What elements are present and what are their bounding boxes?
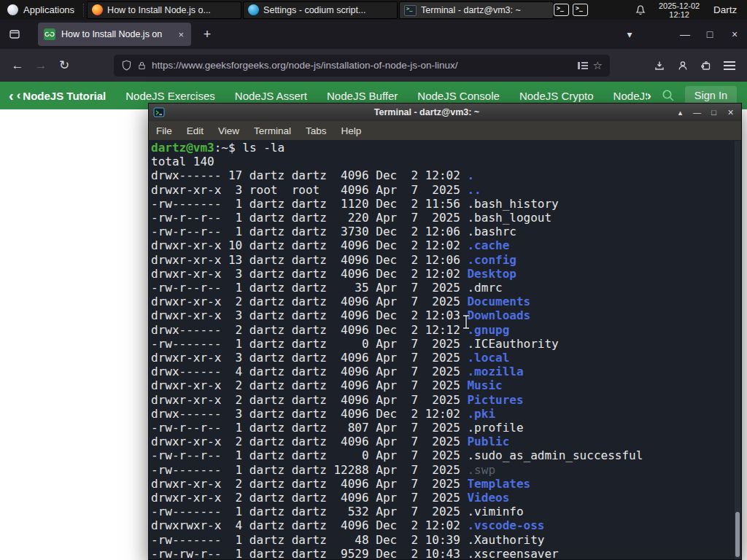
terminal-text: Music bbox=[467, 378, 502, 392]
file-entry-.bashrc: -rw-r--r-- 1 dartz dartz 3730 Dec 2 12:0… bbox=[151, 225, 741, 238]
terminal-title: Terminal - dartz@vm3: ~ bbox=[193, 107, 661, 117]
tab-close-icon[interactable]: × bbox=[177, 29, 185, 40]
bookmark-star-icon[interactable]: ☆ bbox=[593, 59, 603, 72]
terminal-text: .local bbox=[467, 351, 509, 365]
terminal-text: .profile bbox=[467, 421, 523, 435]
terminal-text: .viminfo bbox=[467, 505, 523, 518]
terminal-text: .swp bbox=[467, 463, 495, 477]
terminal-text: .bash_logout bbox=[467, 211, 551, 225]
account-icon[interactable] bbox=[671, 54, 694, 77]
tray-terminal-icon[interactable] bbox=[554, 4, 569, 16]
taskbar-windows: How to Install Node.js o...Settings - co… bbox=[87, 0, 554, 20]
terminal-text: -rw------- 1 dartz dartz 1120 Dec 2 11:5… bbox=[151, 197, 467, 211]
nav-scroll-left-icon[interactable]: ‹ bbox=[9, 88, 14, 104]
top-panel: Applications How to Install Node.js o...… bbox=[0, 0, 747, 20]
reader-mode-icon[interactable] bbox=[578, 61, 588, 70]
terminal-menu-tabs[interactable]: Tabs bbox=[298, 121, 334, 140]
new-tab-button[interactable]: + bbox=[197, 24, 217, 44]
terminal-menu-terminal[interactable]: Terminal bbox=[247, 121, 298, 140]
taskbar-window-terminal[interactable]: Terminal - dartz@vm3: ~ bbox=[399, 1, 554, 19]
terminal-text: Templates bbox=[467, 477, 530, 491]
terminal-scrollbar[interactable] bbox=[735, 141, 740, 559]
terminal-text: .pki bbox=[467, 407, 495, 421]
terminal-output[interactable]: dartz@vm3:~$ ls -latotal 140drwx------ 1… bbox=[149, 140, 741, 559]
terminal-shade-button[interactable]: ▴ bbox=[672, 104, 689, 120]
terminal-text: .bash_history bbox=[467, 197, 558, 211]
file-entry-Desktop: drwxr-xr-x 3 dartz dartz 4096 Dec 2 12:0… bbox=[151, 267, 741, 281]
prompt-line: dartz@vm3:~$ ls -la bbox=[151, 141, 741, 155]
nav-item-buffer[interactable]: NodeJS Buffer bbox=[327, 90, 398, 102]
terminal-text: drwxr-xr-x 2 dartz dartz 4096 Apr 7 2025 bbox=[151, 295, 467, 308]
terminal-titlebar[interactable]: Terminal - dartz@vm3: ~ ▴ — □ × bbox=[149, 104, 741, 121]
lock-icon[interactable] bbox=[137, 61, 147, 71]
terminal-text: drwxr-xr-x 13 dartz dartz 4096 Dec 2 12:… bbox=[151, 253, 467, 267]
scrollbar-thumb[interactable] bbox=[735, 512, 740, 557]
applications-icon bbox=[7, 4, 18, 15]
nav-item-console[interactable]: NodeJS Console bbox=[417, 90, 500, 102]
codium-icon bbox=[248, 4, 259, 15]
terminal-minimize-button[interactable]: — bbox=[689, 104, 705, 120]
taskbar-window-title: Terminal - dartz@vm3: ~ bbox=[421, 5, 521, 15]
terminal-text: .sudo_as_admin_successful bbox=[467, 448, 643, 462]
file-entry-Public: drwxr-xr-x 2 dartz dartz 4096 Apr 7 2025… bbox=[151, 435, 741, 448]
file-entry-.bash_history: -rw------- 1 dartz dartz 1120 Dec 2 11:5… bbox=[151, 197, 741, 211]
taskbar-window-title: How to Install Node.js o... bbox=[107, 5, 211, 15]
window-maximize-button[interactable]: □ bbox=[697, 23, 722, 46]
file-entry-.config: drwxr-xr-x 13 dartz dartz 4096 Dec 2 12:… bbox=[151, 253, 741, 267]
firefox-view-icon[interactable] bbox=[4, 24, 25, 44]
nav-item-label: NodeJS Exercises bbox=[125, 90, 215, 102]
terminal-text: Desktop bbox=[467, 267, 516, 281]
file-entry-.mozilla: drwx------ 4 dartz dartz 4096 Apr 7 2025… bbox=[151, 365, 741, 378]
window-close-button[interactable]: × bbox=[722, 23, 747, 46]
menu-icon[interactable] bbox=[718, 54, 741, 77]
terminal-text: drwxr-xr-x 3 root root 4096 Apr 7 2025 bbox=[151, 183, 467, 197]
terminal-menu-view[interactable]: View bbox=[211, 121, 247, 140]
terminal-text: -rw-r--r-- 1 dartz dartz 220 Apr 7 2025 bbox=[151, 211, 467, 225]
terminal-menu-file[interactable]: File bbox=[149, 121, 179, 140]
extensions-icon[interactable] bbox=[694, 54, 718, 77]
nav-item-crypto[interactable]: NodeJS Crypto bbox=[519, 90, 594, 102]
terminal-text: -rw------- 1 dartz dartz 48 Dec 2 10:39 bbox=[151, 533, 467, 547]
reload-button[interactable]: ↻ bbox=[53, 54, 76, 77]
file-entry-.Xauthority: -rw------- 1 dartz dartz 48 Dec 2 10:39 … bbox=[151, 533, 741, 547]
terminal-text: -rw-rw-r-- 1 dartz dartz 9529 Dec 2 10:4… bbox=[151, 547, 467, 559]
terminal-text: $ ls -la bbox=[228, 141, 285, 155]
nav-item-label: NodeJS Assert bbox=[235, 90, 307, 102]
nav-item-tutorial[interactable]: ‹NodeJS Tutorial bbox=[17, 88, 107, 103]
terminal-text: -rw------- 1 dartz dartz 532 Apr 7 2025 bbox=[151, 505, 467, 518]
nav-item-exercises[interactable]: NodeJS Exercises bbox=[125, 90, 215, 102]
taskbar-window-firefox[interactable]: How to Install Node.js o... bbox=[87, 1, 241, 19]
terminal-maximize-button[interactable]: □ bbox=[705, 104, 722, 120]
terminal-text: -rw-r--r-- 1 dartz dartz 35 Apr 7 2025 bbox=[151, 281, 467, 295]
forward-button[interactable]: → bbox=[29, 54, 53, 77]
terminal-text: drwx------ 3 dartz dartz 4096 Dec 2 12:0… bbox=[151, 407, 467, 421]
nav-scroll-right-icon[interactable]: › bbox=[647, 88, 651, 104]
list-all-tabs-icon[interactable]: ▾ bbox=[617, 23, 642, 46]
terminal-menu-edit[interactable]: Edit bbox=[179, 121, 211, 140]
nav-item-dns[interactable]: NodeJS DNS bbox=[614, 90, 647, 102]
terminal-close-button[interactable]: × bbox=[722, 104, 739, 120]
desktop: Applications How to Install Node.js o...… bbox=[0, 0, 747, 560]
applications-menu-button[interactable]: Applications bbox=[0, 0, 82, 20]
terminal-menu-help[interactable]: Help bbox=[334, 121, 369, 140]
terminal-menubar: FileEditViewTerminalTabsHelp bbox=[149, 121, 741, 140]
tray-terminal-icon-2[interactable] bbox=[573, 4, 588, 16]
terminal-text: ~ bbox=[221, 141, 228, 155]
panel-clock[interactable]: 2025-12-02 12:12 bbox=[657, 1, 702, 19]
tracking-shield-icon[interactable] bbox=[121, 60, 132, 71]
file-entry-Downloads: drwxr-xr-x 3 dartz dartz 4096 Dec 2 12:0… bbox=[151, 308, 741, 322]
browser-tab[interactable]: How to Install Node.js on × bbox=[38, 23, 191, 46]
taskbar-window-codium[interactable]: Settings - codium script... bbox=[243, 1, 398, 19]
nav-item-label: NodeJS Buffer bbox=[327, 90, 398, 102]
terminal-text: -rw------- 1 dartz dartz 0 Apr 7 2025 bbox=[151, 337, 467, 351]
clock-time: 12:12 bbox=[669, 10, 689, 19]
terminal-icon bbox=[153, 106, 165, 118]
window-minimize-button[interactable]: — bbox=[673, 23, 697, 46]
nav-item-assert[interactable]: NodeJS Assert bbox=[235, 90, 307, 102]
terminal-text: drwxr-xr-x 3 dartz dartz 4096 Dec 2 12:0… bbox=[151, 267, 467, 281]
notification-bell-icon[interactable] bbox=[635, 3, 646, 18]
applications-label: Applications bbox=[23, 4, 74, 15]
back-button[interactable]: ← bbox=[6, 54, 29, 77]
downloads-icon[interactable] bbox=[648, 54, 671, 77]
url-bar[interactable]: https://www.geeksforgeeks.org/node-js/in… bbox=[114, 55, 610, 77]
